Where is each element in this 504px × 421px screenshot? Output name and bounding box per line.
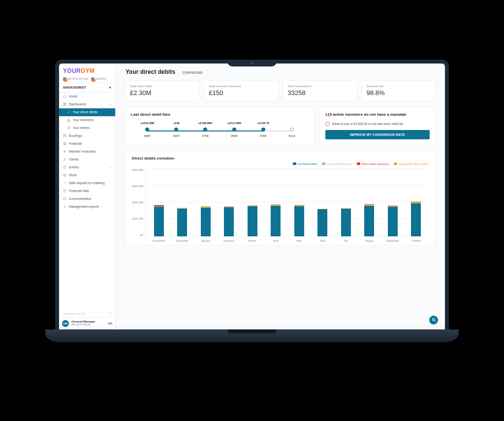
users-icon bbox=[63, 158, 66, 162]
stacked-bar[interactable] bbox=[341, 208, 351, 236]
stacked-bar[interactable] bbox=[177, 208, 187, 236]
bar-segment bbox=[388, 207, 398, 236]
timeline-item[interactable]: +£4930/07 bbox=[162, 122, 191, 137]
app-version: Xplor Gym v 6.2.5ⓘ bbox=[59, 312, 115, 317]
bar-segment bbox=[248, 206, 257, 236]
svg-point-14 bbox=[65, 158, 65, 159]
user-org: XPLOR FITNESS bbox=[71, 324, 95, 326]
sidebar-item-entries2[interactable]: Entries▸ bbox=[59, 163, 115, 171]
bar-column: July bbox=[334, 174, 358, 236]
sidebar-item-label: Clients bbox=[69, 158, 79, 161]
stacked-bar[interactable] bbox=[154, 205, 164, 236]
sidebar-item-financial[interactable]: Financial bbox=[59, 140, 115, 148]
stacked-bar[interactable] bbox=[294, 205, 304, 236]
user-bar[interactable]: GM General Manager XPLOR FITNESS EN bbox=[59, 317, 115, 329]
stacked-bar[interactable] bbox=[388, 205, 398, 236]
list-icon bbox=[63, 150, 66, 154]
sidebar-item-label: Financial data bbox=[69, 189, 89, 193]
notifications-link[interactable]: 5 NOTIFICATIONS bbox=[63, 77, 88, 81]
stacked-bar[interactable] bbox=[248, 205, 257, 236]
bar-column: March bbox=[241, 174, 264, 236]
x-tick: March bbox=[249, 239, 256, 242]
stacked-bar[interactable] bbox=[271, 204, 281, 236]
configure-link[interactable]: CONFIGURE bbox=[182, 71, 203, 74]
bar-column: April bbox=[264, 174, 287, 236]
sidebar-item-dashboards[interactable]: Dashboards▸ bbox=[59, 100, 115, 108]
home-icon bbox=[63, 95, 66, 98]
stacked-bar[interactable] bbox=[364, 204, 374, 236]
bar-column: October bbox=[404, 174, 428, 236]
svg-rect-1 bbox=[65, 102, 66, 103]
bar-column: January bbox=[194, 174, 218, 236]
stacked-bar[interactable] bbox=[317, 209, 327, 236]
chart-legend: 1st Direct Debit New resubmissions Direc… bbox=[132, 162, 429, 165]
sidebar-item-members[interactable]: Your members bbox=[59, 116, 115, 124]
bar-column: August bbox=[357, 174, 381, 236]
search-fab[interactable] bbox=[429, 316, 438, 324]
sidebar-item-bookings[interactable]: Bookings bbox=[59, 132, 115, 140]
user-icon bbox=[67, 118, 70, 122]
sidebar-item-label: Safe deposit box tracking bbox=[69, 181, 105, 185]
sidebar-item-label: Member reminders bbox=[69, 150, 96, 153]
kpi-card: Total Direct Debit£2.30M bbox=[125, 80, 199, 101]
search-icon bbox=[432, 318, 436, 322]
y-tick: £200,000 bbox=[132, 201, 143, 204]
sidebar-item-entries[interactable]: Your entries bbox=[59, 124, 115, 132]
sidebar-item-clients[interactable]: Clients bbox=[59, 156, 115, 163]
sidebar-item-label: Financial bbox=[69, 142, 82, 145]
sidebar-item-reminders[interactable]: Member reminders bbox=[59, 148, 115, 156]
card-title: 115 active members do not have a mandate bbox=[325, 112, 430, 117]
bar-segment bbox=[154, 207, 164, 236]
sidebar-item-label: Dashboards bbox=[69, 102, 86, 106]
sidebar-item-exports[interactable]: Management exports bbox=[59, 203, 115, 211]
timeline-dot bbox=[232, 128, 236, 131]
x-tick: September bbox=[386, 239, 399, 242]
lang-switch[interactable]: EN bbox=[105, 322, 112, 325]
main-content: Your direct debits CONFIGURE Total Direc… bbox=[116, 64, 445, 329]
timeline-item[interactable]: +£199.86K27/08 bbox=[191, 122, 220, 137]
page-title: Your direct debits bbox=[126, 68, 175, 75]
section-management[interactable]: MANAGEMENT ▾ bbox=[59, 83, 115, 93]
sidebar-item-safebox[interactable]: Safe deposit box tracking bbox=[59, 179, 115, 187]
svg-point-4 bbox=[68, 119, 69, 120]
timeline-date: 27/08 bbox=[202, 134, 209, 137]
sidebar-item-stock[interactable]: Stock bbox=[59, 171, 115, 179]
timeline-amount: +£199.86K bbox=[198, 122, 213, 125]
timeline-item[interactable]: +£211.90K26/09 bbox=[220, 122, 249, 137]
avatar: GM bbox=[62, 320, 69, 327]
x-tick: November bbox=[153, 239, 165, 242]
timeline-item[interactable]: 01/11 bbox=[278, 122, 307, 137]
bar-segment bbox=[341, 209, 351, 236]
alerts-link[interactable]: 3 ALERTS bbox=[91, 77, 106, 81]
stacked-bar[interactable] bbox=[224, 206, 234, 236]
bar-column: February bbox=[217, 174, 241, 236]
sidebar-item-label: Stock bbox=[69, 173, 77, 177]
svg-rect-22 bbox=[63, 197, 66, 199]
x-tick: April bbox=[273, 239, 279, 242]
sidebar-item-home[interactable]: Home bbox=[59, 93, 115, 100]
svg-rect-5 bbox=[68, 126, 70, 129]
bar-column: May bbox=[287, 174, 311, 236]
alerts-badge: 3 bbox=[93, 79, 95, 82]
sidebar-item-direct-debits[interactable]: Your direct debits bbox=[59, 108, 115, 116]
sidebar-item-comm[interactable]: Communication bbox=[59, 195, 115, 203]
kpi-value: 98.8% bbox=[367, 89, 431, 97]
x-tick: January bbox=[201, 239, 211, 242]
timeline-item[interactable]: +£126.7527/09 bbox=[249, 122, 278, 137]
timeline-item[interactable]: +£210.39K29/07 bbox=[133, 122, 162, 137]
x-tick: May bbox=[297, 239, 302, 242]
door-icon bbox=[63, 165, 66, 169]
stacked-bar[interactable] bbox=[201, 206, 211, 236]
stacked-bar[interactable] bbox=[411, 201, 421, 236]
box-icon bbox=[63, 173, 66, 177]
timeline-amount: +£211.90K bbox=[227, 122, 242, 125]
kpi-card: Total amounts recovered£150 bbox=[203, 80, 278, 101]
sidebar-item-findata[interactable]: Financial data bbox=[59, 187, 115, 195]
timeline-dot bbox=[261, 128, 265, 131]
doc-icon bbox=[63, 189, 66, 193]
improve-conversion-button[interactable]: IMPROVE MY CONVERSION RATE bbox=[325, 130, 430, 139]
timeline-dot bbox=[203, 128, 207, 131]
timeline-date: 01/11 bbox=[289, 134, 296, 137]
svg-point-6 bbox=[69, 128, 69, 128]
sidebar-item-label: Management exports bbox=[69, 205, 99, 208]
